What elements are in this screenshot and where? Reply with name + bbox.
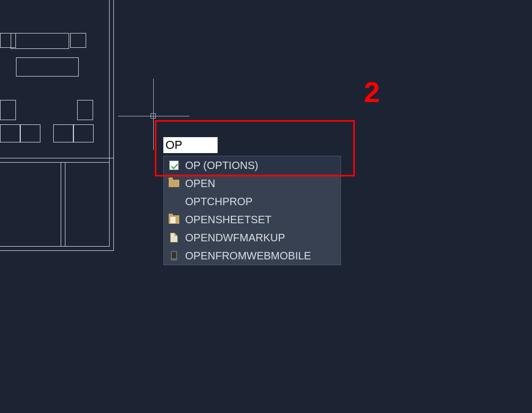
annotation-number: 2 [364,75,380,108]
autocomplete-item-optchprop[interactable]: OPTCHPROP [164,192,340,210]
drawing-canvas[interactable]: OP (OPTIONS) OPEN OPTCHPROP OPENSHEETSET… [0,0,532,413]
autocomplete-item-label: OP (OPTIONS) [185,159,258,172]
autocomplete-item-label: OPENDWFMARKUP [185,232,285,244]
autocomplete-item-op-options[interactable]: OP (OPTIONS) [164,156,340,174]
crosshair-pickbox [151,113,156,119]
autocomplete-item-open[interactable]: OPEN [164,174,340,192]
checkbox-icon [168,159,180,171]
document-icon [168,232,180,243]
autocomplete-item-label: OPENSHEETSET [185,214,271,226]
autocomplete-item-opensheetset[interactable]: OPENSHEETSET [164,210,340,229]
folder-icon [168,178,180,189]
blank-icon [168,196,180,207]
folder-sheet-icon [168,214,180,225]
mobile-icon [168,250,180,262]
autocomplete-item-label: OPTCHPROP [185,196,253,208]
autocomplete-item-label: OPEN [185,178,215,190]
autocomplete-item-openfromwebmobile[interactable]: OPENFROMWEBMOBILE [164,247,340,265]
autocomplete-item-opendwfmarkup[interactable]: OPENDWFMARKUP [164,229,340,247]
autocomplete-dropdown: OP (OPTIONS) OPEN OPTCHPROP OPENSHEETSET… [163,156,341,265]
autocomplete-item-label: OPENFROMWEBMOBILE [185,250,311,262]
command-input[interactable] [165,138,215,152]
command-input-container[interactable] [163,137,218,153]
